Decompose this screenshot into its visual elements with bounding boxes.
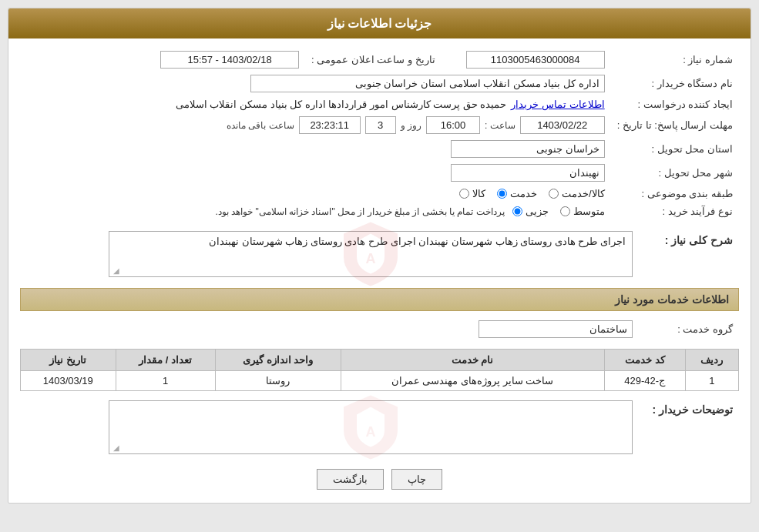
- cell-date: 1403/03/19: [21, 371, 116, 391]
- deadline-label: مهلت ارسال پاسخ: تا تاریخ :: [611, 113, 739, 137]
- category-option-khedmat[interactable]: خدمت: [497, 188, 537, 199]
- announce-datetime-label: تاریخ و ساعت اعلان عمومی :: [305, 48, 442, 72]
- purchase-type-label-medium: متوسط: [573, 206, 605, 217]
- card-header: جزئیات اطلاعات نیاز: [8, 8, 751, 38]
- description-text: اجرای طرح هادی روستای زهاب شهرستان نهبند…: [418, 236, 626, 247]
- description-section: شرح کلی نیاز : A: [20, 228, 739, 280]
- page-wrapper: جزئیات اطلاعات نیاز شماره نیاز : 1103005…: [0, 0, 759, 532]
- col-date: تاریخ نیاز: [21, 350, 116, 371]
- category-label: طبقه بندی موضوعی :: [611, 185, 739, 202]
- services-table: ردیف کد خدمت نام خدمت واحد اندازه گیری ت…: [20, 349, 739, 391]
- cell-unit: روستا: [215, 371, 341, 391]
- remaining-days-value: 3: [365, 116, 396, 134]
- buyer-desc-label: توضیحات خریدار :: [639, 397, 739, 457]
- deadline-time-label: ساعت :: [485, 120, 516, 131]
- remaining-time-label: ساعت باقی مانده: [227, 120, 294, 131]
- service-group-label: گروه خدمت :: [639, 317, 739, 341]
- print-button[interactable]: چاپ: [391, 469, 442, 490]
- purchase-type-label-partial: جزیی: [526, 206, 549, 217]
- remaining-days-label: روز و: [401, 120, 421, 131]
- buyer-desc-value: A: [109, 400, 633, 454]
- button-row: چاپ بازگشت: [20, 469, 739, 490]
- requester-value: حمیده حق پرست کارشناس امور قراردادها ادا…: [176, 99, 507, 110]
- service-group-row: گروه خدمت : ساختمان: [20, 317, 739, 341]
- category-option-kala-khedmat[interactable]: کالا/خدمت: [549, 188, 605, 199]
- cell-code: ج-42-429: [604, 371, 685, 391]
- buyer-desc-resize-handle[interactable]: ◢: [110, 443, 119, 453]
- cell-quantity: 1: [116, 371, 215, 391]
- requester-label: ایجاد کننده درخواست :: [611, 95, 739, 113]
- city-value: نهبندان: [451, 164, 605, 182]
- col-code: کد خدمت: [604, 350, 685, 371]
- purchase-type-partial[interactable]: جزیی: [512, 206, 549, 217]
- deadline-time-value: 16:00: [426, 116, 480, 134]
- buyer-org-value: اداره کل بنیاد مسکن انقلاب اسلامی استان …: [250, 75, 605, 92]
- province-value: خراسان جنوبی: [451, 140, 605, 158]
- col-quantity: تعداد / مقدار: [116, 350, 215, 371]
- cell-row-num: 1: [685, 371, 738, 391]
- page-title: جزئیات اطلاعات نیاز: [327, 17, 432, 30]
- buyer-desc-section: توضیحات خریدار : A: [20, 397, 739, 457]
- svg-text:A: A: [366, 424, 376, 440]
- service-group-value: ساختمان: [479, 320, 633, 338]
- cell-name: ساخت سایر پروژه‌های مهندسی عمران: [341, 371, 604, 391]
- category-label-kala-khedmat: کالا/خدمت: [562, 188, 605, 199]
- category-label-kala: کالا: [472, 188, 485, 199]
- deadline-date-value: 1403/02/22: [520, 116, 605, 134]
- buyer-org-label: نام دستگاه خریدار :: [611, 72, 739, 95]
- info-section: شماره نیاز : 1103005463000084 تاریخ و سا…: [20, 48, 739, 220]
- services-section-header: اطلاعات خدمات مورد نیاز: [20, 288, 739, 311]
- request-number-value: 1103005463000084: [466, 51, 605, 69]
- request-number-label: شماره نیاز :: [611, 48, 739, 72]
- purchase-type-label: نوع فرآیند خرید :: [611, 202, 739, 220]
- col-unit: واحد اندازه گیری: [215, 350, 341, 371]
- city-label: شهر محل تحویل :: [611, 161, 739, 185]
- province-label: استان محل تحویل :: [611, 137, 739, 161]
- category-label-khedmat: خدمت: [510, 188, 537, 199]
- col-name: نام خدمت: [341, 350, 604, 371]
- contact-link[interactable]: اطلاعات تماس خریدار: [511, 99, 604, 110]
- table-row: 1 ج-42-429 ساخت سایر پروژه‌های مهندسی عم…: [21, 371, 739, 391]
- purchase-type-radio-group: متوسط جزیی: [512, 206, 605, 217]
- category-radio-group: کالا/خدمت خدمت کالا: [26, 188, 605, 199]
- main-card: جزئیات اطلاعات نیاز شماره نیاز : 1103005…: [8, 8, 751, 504]
- resize-handle[interactable]: ◢: [110, 266, 119, 276]
- announce-datetime-value: 1403/02/18 - 15:57: [160, 51, 299, 69]
- description-value: A اجرای طرح هادی روستای زهاب شهرستان نهب…: [109, 231, 633, 277]
- purchase-type-medium[interactable]: متوسط: [560, 206, 605, 217]
- remaining-time-value: 23:23:11: [299, 116, 361, 134]
- svg-text:A: A: [366, 251, 376, 266]
- description-label: شرح کلی نیاز :: [639, 228, 739, 280]
- category-option-kala[interactable]: کالا: [459, 188, 485, 199]
- purchase-type-note: پرداخت تمام یا بخشی از مبلغ خریدار از مح…: [216, 206, 505, 217]
- back-button[interactable]: بازگشت: [317, 469, 384, 490]
- col-row-num: ردیف: [685, 350, 738, 371]
- card-body: شماره نیاز : 1103005463000084 تاریخ و سا…: [8, 38, 751, 503]
